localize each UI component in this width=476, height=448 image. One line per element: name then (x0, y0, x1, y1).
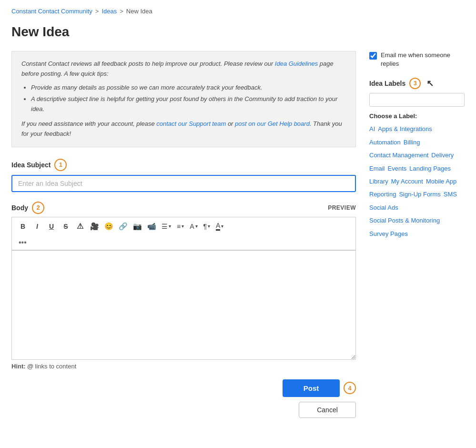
toolbar-bold-button[interactable]: B (17, 220, 29, 233)
toolbar-video2-button[interactable]: 📹 (145, 220, 158, 233)
body-editor[interactable] (11, 250, 356, 360)
toolbar-more-row: ••• (11, 235, 356, 250)
color-arrow: ▾ (221, 224, 223, 229)
hint-label: Hint: (11, 363, 26, 370)
idea-guidelines-link[interactable]: Idea Guidelines (275, 60, 318, 67)
text-size-icon: A (190, 223, 194, 230)
toolbar-photo-button[interactable]: 📷 (131, 220, 143, 233)
breadcrumb-sep2: > (120, 8, 123, 15)
idea-labels-section: Idea Labels 3 ↖ Choose a Label: AI Apps … (369, 78, 465, 239)
idea-labels-title-text: Idea Labels (369, 80, 405, 87)
toolbar-unordered-list-button[interactable]: ≡ ▾ (175, 222, 186, 231)
info-tip-2: A descriptive subject line is helpful fo… (31, 94, 346, 114)
labels-list: AI Apps & Integrations Automation Billin… (369, 123, 465, 239)
step-2-badge: 2 (32, 202, 44, 214)
info-box: Constant Contact reviews all feedback po… (11, 51, 356, 147)
label-link-item[interactable]: Social Ads (369, 202, 398, 213)
label-link-item[interactable]: Library (369, 176, 388, 187)
toolbar-warning-button[interactable]: ⚠ (74, 220, 86, 233)
gethelp-link[interactable]: post on our Get Help board (235, 120, 310, 127)
label-link-item[interactable]: Landing Pages (409, 163, 451, 174)
breadcrumb-current: New Idea (126, 8, 152, 15)
step-3-badge: 3 (409, 78, 421, 89)
breadcrumb-home-link[interactable]: Constant Contact Community (11, 8, 92, 15)
or-text: or (226, 120, 235, 127)
toolbar-ordered-list-button[interactable]: ☰ ▾ (160, 222, 173, 231)
cancel-button[interactable]: Cancel (299, 402, 356, 418)
label-link-item[interactable]: Contact Management (369, 150, 428, 161)
paragraph-arrow: ▾ (208, 224, 210, 229)
label-link-item[interactable]: Survey Pages (369, 228, 408, 239)
breadcrumb: Constant Contact Community > Ideas > New… (11, 8, 465, 15)
idea-subject-label: Idea Subject 1 (11, 159, 356, 171)
label-link-item[interactable]: Sign-Up Forms (399, 189, 440, 200)
breadcrumb-sep1: > (95, 8, 99, 15)
body-label: Body 2 (11, 202, 44, 214)
unordered-list-icon: ≡ (177, 223, 181, 230)
label-link-item[interactable]: SMS (444, 189, 457, 200)
email-notify-checkbox[interactable] (369, 52, 377, 60)
idea-labels-input[interactable] (369, 93, 465, 107)
toolbar-strikethrough-button[interactable]: S (60, 220, 72, 233)
toolbar-emoji-button[interactable]: 😊 (102, 220, 115, 233)
idea-subject-label-text: Idea Subject (11, 161, 51, 169)
label-link-item[interactable]: Reporting (369, 189, 396, 200)
cursor-icon: ↖ (426, 78, 434, 89)
unordered-list-arrow: ▾ (182, 224, 184, 229)
info-intro-text: Constant Contact reviews all feedback po… (21, 60, 275, 67)
step-4-badge: 4 (344, 382, 356, 394)
label-link-item[interactable]: Delivery (431, 150, 454, 161)
hint-at: @ (27, 363, 33, 370)
toolbar-text-size-button[interactable]: A ▾ (188, 222, 199, 231)
body-header: Body 2 PREVIEW (11, 202, 356, 214)
preview-link[interactable]: PREVIEW (328, 204, 356, 211)
page-title: New Idea (11, 24, 465, 40)
help-pre-text: If you need assistance with your account… (21, 120, 156, 127)
label-link-item[interactable]: Mobile App (426, 176, 456, 187)
step-1-badge: 1 (54, 159, 67, 171)
email-notify-section: Email me when someone replies (369, 51, 465, 68)
label-link-item[interactable]: Automation (369, 137, 401, 148)
text-size-arrow: ▾ (195, 224, 198, 229)
left-column: Constant Contact reviews all feedback po… (11, 51, 356, 418)
label-link-item[interactable]: Apps & Integrations (378, 123, 432, 134)
label-link-item[interactable]: Social Posts & Monitoring (369, 215, 440, 226)
hint-text: Hint: @ links to content (11, 363, 356, 370)
toolbar-underline-button[interactable]: U (45, 220, 58, 233)
hint-content: links to content (35, 363, 77, 370)
label-link-item[interactable]: Billing (404, 137, 420, 148)
support-team-link[interactable]: contact our Support team (156, 120, 226, 127)
toolbar-italic-button[interactable]: I (31, 220, 43, 233)
editor-toolbar: B I U S ⚠ 🎥 😊 🔗 📷 📹 ☰ ▾ ≡ ▾ (11, 217, 356, 235)
label-link-item[interactable]: AI (369, 123, 375, 134)
toolbar-color-button[interactable]: A ▾ (214, 221, 225, 232)
ordered-list-arrow: ▾ (169, 224, 171, 229)
label-link-item[interactable]: My Account (391, 176, 423, 187)
toolbar-more-button[interactable]: ••• (17, 236, 29, 248)
toolbar-video-button[interactable]: 🎥 (88, 220, 101, 233)
label-link-item[interactable]: Events (388, 163, 407, 174)
body-label-text: Body (11, 204, 28, 212)
toolbar-link-button[interactable]: 🔗 (117, 220, 129, 233)
right-column: Email me when someone replies Idea Label… (369, 51, 465, 247)
ordered-list-icon: ☰ (162, 223, 168, 230)
color-icon: A (216, 222, 220, 231)
info-tip-1: Provide as many details as possible so w… (31, 83, 346, 93)
idea-subject-input[interactable] (11, 175, 356, 192)
choose-label-title: Choose a Label: (369, 112, 465, 120)
toolbar-paragraph-button[interactable]: ¶ ▾ (202, 222, 213, 231)
action-buttons: Post 4 Cancel (11, 379, 356, 418)
idea-labels-title: Idea Labels 3 ↖ (369, 78, 465, 89)
email-notify-label[interactable]: Email me when someone replies (381, 51, 465, 68)
info-tips-list: Provide as many details as possible so w… (31, 83, 346, 114)
breadcrumb-ideas-link[interactable]: Ideas (101, 8, 117, 15)
label-link-item[interactable]: Email (369, 163, 385, 174)
paragraph-icon: ¶ (203, 223, 207, 230)
post-button[interactable]: Post (283, 379, 340, 397)
